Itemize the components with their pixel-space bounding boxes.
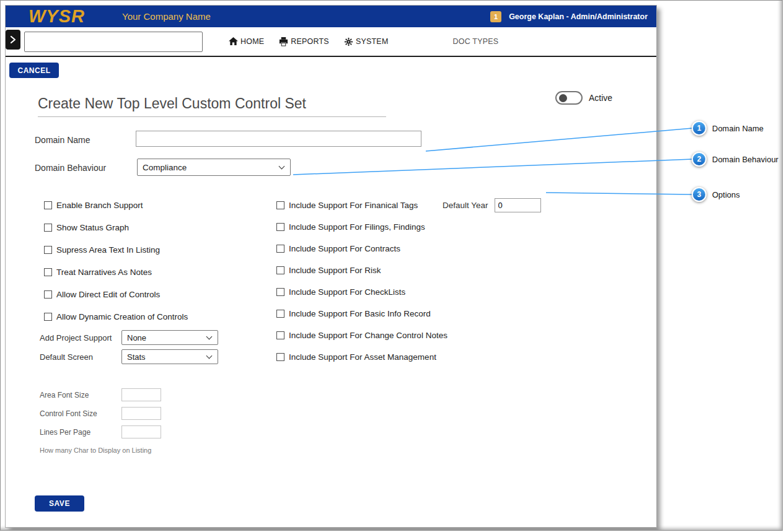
add-project-support-value: None [127,333,146,342]
add-project-support-row: Add Project Support None [40,330,218,345]
checkbox-label: Include Support For Contracts [289,244,400,253]
toggle-knob [559,94,567,102]
domain-behaviour-label: Domain Behaviour [35,163,106,173]
default-screen-label: Default Screen [40,352,121,362]
option-risk[interactable]: Include Support For Risk [276,265,447,275]
callout-3-label: Options [712,190,740,199]
checkbox[interactable] [44,246,52,254]
control-font-size-label: Control Font Size [40,409,121,418]
checkbox-label: Supress Area Text In Listing [56,245,160,255]
domain-name-input[interactable] [136,131,421,147]
checkbox[interactable] [276,266,284,274]
checkbox-label: Include Support For Risk [289,266,381,275]
control-font-size-input[interactable] [121,407,161,420]
checkbox[interactable] [44,268,52,276]
checkbox[interactable] [276,331,284,339]
area-font-size-label: Area Font Size [40,391,121,399]
checkbox-label: Include Support For Finanical Tags [289,201,418,210]
domain-behaviour-value: Compliance [143,163,187,172]
option-asset-management[interactable]: Include Support For Asset Management [276,352,447,362]
cancel-button[interactable]: CANCEL [9,63,59,78]
option-basic-info-record[interactable]: Include Support For Basic Info Record [276,308,447,318]
default-year-row: Default Year [443,198,541,212]
option-allow-direct-edit[interactable]: Allow Direct Edit of Controls [44,289,188,299]
option-financial-tags[interactable]: Include Support For Finanical Tags [276,200,447,210]
option-change-control-notes[interactable]: Include Support For Change Control Notes [276,330,447,340]
option-supress-area-text[interactable]: Supress Area Text In Listing [44,245,188,255]
callout-1-label: Domain Name [712,124,764,133]
lines-per-page-input[interactable] [121,425,161,438]
checkbox-label: Include Support For CheckLists [289,287,405,297]
checkbox[interactable] [276,201,284,209]
domain-behaviour-select[interactable]: Compliance [137,159,291,176]
checkbox-label: Include Support For Change Control Notes [289,331,447,340]
callout-1-badge: 1 [692,121,707,136]
checkbox[interactable] [44,313,52,321]
default-screen-value: Stats [127,352,146,362]
area-font-size-input[interactable] [121,388,161,401]
checkbox[interactable] [276,223,284,231]
control-font-size-row: Control Font Size [40,407,161,420]
option-show-status-graph[interactable]: Show Status Graph [44,222,188,232]
default-screen-select[interactable]: Stats [121,349,218,364]
checkbox[interactable] [276,310,284,318]
form-content: CANCEL Create New Top Level Custom Contr… [6,6,656,527]
checkbox[interactable] [276,288,284,296]
chevron-down-icon [279,164,285,170]
checkbox-label: Show Status Graph [56,223,129,232]
lines-per-page-row: Lines Per Page [40,425,161,438]
chevron-down-icon [206,353,213,359]
options-column-right: Include Support For Finanical Tags Inclu… [276,200,447,373]
checkbox[interactable] [44,290,52,299]
checkbox[interactable] [44,201,52,209]
checkbox-label: Allow Dynamic Creation of Controls [56,312,188,321]
option-checklists[interactable]: Include Support For CheckLists [276,287,447,297]
chevron-down-icon [206,334,213,340]
active-toggle-wrap: Active [555,91,612,105]
active-toggle-label: Active [589,93,612,103]
page: WYSR Your Company Name 1 George Kaplan -… [0,0,783,531]
checkbox-label: Enable Branch Support [56,201,143,210]
option-treat-narratives-as-notes[interactable]: Treat Narratives As Notes [44,267,188,277]
callout-2-label: Domain Behaviour [712,155,778,164]
checkbox[interactable] [276,353,284,361]
lines-per-page-label: Lines Per Page [40,428,121,437]
add-project-support-select[interactable]: None [121,330,218,345]
page-title: Create New Top Level Custom Control Set [38,95,386,117]
checkbox[interactable] [276,245,284,253]
options-column-left: Enable Branch Support Show Status Graph … [44,200,188,334]
callout-domain-name: 1 Domain Name [692,121,764,136]
checkbox-label: Include Support For Basic Info Record [289,309,431,318]
checkbox[interactable] [44,224,52,232]
option-allow-dynamic-creation[interactable]: Allow Dynamic Creation of Controls [44,312,188,321]
save-button[interactable]: SAVE [35,495,84,512]
default-year-input[interactable] [495,198,541,212]
callout-options: 3 Options [692,187,740,202]
checkbox-label: Include Support For Asset Management [289,352,436,362]
option-contracts[interactable]: Include Support For Contracts [276,243,447,253]
app-window: WYSR Your Company Name 1 George Kaplan -… [5,5,657,528]
checkbox-label: Include Support For Filings, Findings [289,222,425,232]
callout-3-badge: 3 [692,187,707,202]
option-filings-findings[interactable]: Include Support For Filings, Findings [276,222,447,232]
checkbox-label: Treat Narratives As Notes [56,268,152,277]
default-screen-row: Default Screen Stats [40,349,218,364]
callout-2-badge: 2 [692,152,707,167]
area-font-size-row: Area Font Size [40,388,161,401]
checkbox-label: Allow Direct Edit of Controls [56,290,160,299]
domain-name-label: Domain Name [35,135,90,145]
listing-note: How many Char to Display on Listing [40,447,151,454]
callout-domain-behaviour: 2 Domain Behaviour [692,152,778,167]
default-year-label: Default Year [443,201,488,210]
option-enable-branch-support[interactable]: Enable Branch Support [44,200,188,210]
active-toggle[interactable] [555,91,583,105]
add-project-support-label: Add Project Support [40,333,121,342]
